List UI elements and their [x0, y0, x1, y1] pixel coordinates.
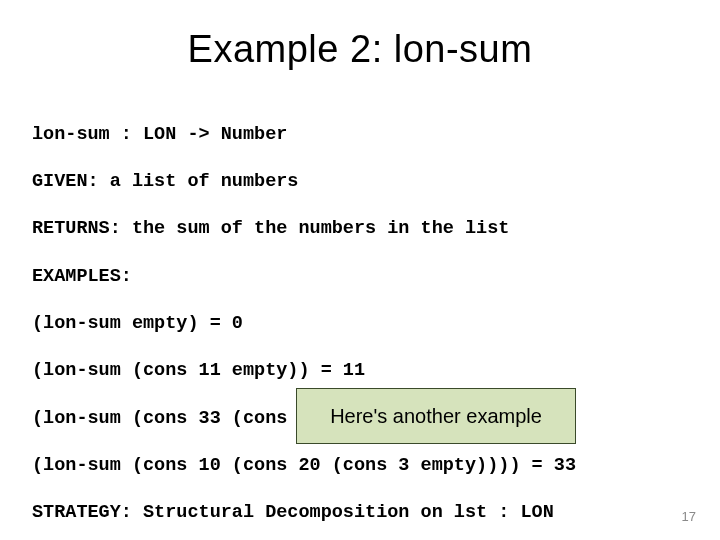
code-line: (lon-sum empty) = 0: [32, 312, 720, 336]
code-block: lon-sum : LON -> Number GIVEN: a list of…: [32, 99, 720, 540]
code-line: GIVEN: a list of numbers: [32, 170, 720, 194]
code-line: EXAMPLES:: [32, 265, 720, 289]
callout-box: Here's another example: [296, 388, 576, 444]
code-line: (lon-sum (cons 10 (cons 20 (cons 3 empty…: [32, 454, 720, 478]
code-line: lon-sum : LON -> Number: [32, 123, 720, 147]
callout-text: Here's another example: [330, 405, 542, 428]
code-line: RETURNS: the sum of the numbers in the l…: [32, 217, 720, 241]
page-number: 17: [682, 509, 696, 524]
code-line: (lon-sum (cons 11 empty)) = 11: [32, 359, 720, 383]
code-line: STRATEGY: Structural Decomposition on ls…: [32, 501, 720, 525]
slide-title: Example 2: lon-sum: [0, 28, 720, 71]
